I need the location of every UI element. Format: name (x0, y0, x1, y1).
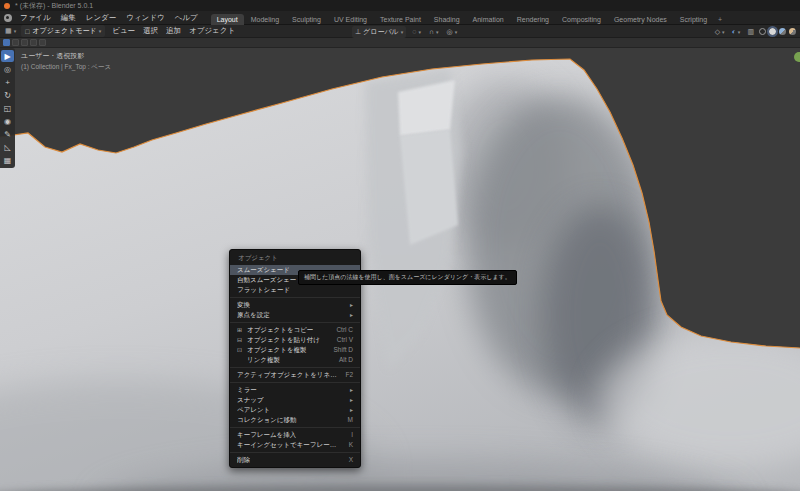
title-bar: * (未保存) - Blender 5.0.1 (0, 0, 800, 11)
copy-icon: ⊞ (237, 325, 245, 335)
menu-item-mirror[interactable]: ミラー (230, 385, 360, 395)
view-perspective-label: ユーザー・透視投影 (21, 51, 111, 61)
menu-separator (230, 322, 360, 323)
tool-move[interactable]: + (1, 76, 14, 88)
measure-icon: ◺ (4, 143, 10, 152)
tool-scale[interactable]: ◱ (1, 102, 14, 114)
smooth-shade-tooltip: 補間した頂点の法線を使用し、面をスムーズにレンダリング・表示します。 (298, 270, 517, 285)
tab-rendering[interactable]: Rendering (511, 14, 555, 25)
menu-item-insert-keyframe-with-keying-set[interactable]: キーイングセットでキーフレーム挿入 K (230, 440, 360, 450)
overlays-dropdown[interactable]: ◐ (732, 28, 741, 35)
transform-settings-group: ⊥ グローバル ◌ ∩ ◎ (352, 25, 459, 38)
editor-type-icon[interactable]: ▦ (5, 27, 16, 35)
tab-scripting[interactable]: Scripting (674, 14, 713, 25)
menu-separator (230, 427, 360, 428)
menu-separator (230, 367, 360, 368)
snap-magnet-icon[interactable]: ∩ (429, 28, 439, 35)
menu-item-rename-active-object[interactable]: アクティブオブジェクトをリネーム... F2 (230, 370, 360, 380)
add-workspace-button[interactable]: + (714, 14, 726, 25)
tool-cursor[interactable]: ◎ (1, 63, 14, 75)
menu-item-set-origin[interactable]: 原点を設定 (230, 310, 360, 320)
menu-separator (230, 452, 360, 453)
menu-edit[interactable]: 編集 (56, 13, 81, 23)
menu-file[interactable]: ファイル (15, 13, 56, 23)
tab-compositing[interactable]: Compositing (556, 14, 607, 25)
menu-item-paste-objects[interactable]: ⊟ オブジェクトを貼り付け Ctrl V (230, 335, 360, 345)
tab-texture-paint[interactable]: Texture Paint (374, 14, 427, 25)
menu-item-parent[interactable]: ペアレント (230, 405, 360, 415)
shading-material-button[interactable] (779, 28, 786, 35)
scale-icon: ◱ (4, 104, 12, 113)
menu-item-flat-shade[interactable]: フラットシェード (230, 285, 360, 295)
menu-item-duplicate-objects[interactable]: ⊡ オブジェクトを複製 Shift D (230, 345, 360, 355)
gizmos-dropdown[interactable]: ◇ (715, 28, 725, 36)
tab-shading[interactable]: Shading (428, 14, 466, 25)
add-cube-icon: ▦ (4, 156, 12, 165)
select-box-icon: ▶ (4, 52, 10, 61)
tool-annotate[interactable]: ✎ (1, 128, 14, 140)
tab-uv-editing[interactable]: UV Editing (328, 14, 373, 25)
menu-item-duplicate-linked[interactable]: リンク複製 Alt D (230, 355, 360, 365)
viewport-header: ▦ □ オブジェクトモード ビュー 選択 追加 オブジェクト ⊥ グローバル ◌… (0, 25, 800, 38)
duplicate-icon: ⊡ (237, 345, 245, 355)
select-mode-new-button[interactable] (3, 39, 10, 46)
menu-window[interactable]: ウィンドウ (121, 13, 169, 23)
rotate-icon: ↻ (4, 91, 11, 100)
proportional-editing-icon[interactable]: ◎ (447, 28, 458, 36)
submenu-arrow-icon (342, 405, 353, 415)
menu-item-delete[interactable]: 削除 X (230, 455, 360, 465)
submenu-arrow-icon (342, 385, 353, 395)
tool-settings-bar (0, 38, 800, 48)
menu-help[interactable]: ヘルプ (170, 13, 203, 23)
pivot-point-dropdown[interactable]: ◌ (412, 28, 421, 35)
submenu-arrow-icon (342, 395, 353, 405)
tab-layout[interactable]: Layout (211, 14, 244, 25)
tool-rotate[interactable]: ↻ (1, 89, 14, 101)
tab-animation[interactable]: Animation (467, 14, 510, 25)
select-mode-subtract-button[interactable] (21, 39, 28, 46)
transform-orientation-dropdown[interactable]: ⊥ グローバル (352, 26, 406, 38)
menu-select[interactable]: 選択 (139, 26, 162, 36)
viewport-3d[interactable] (0, 0, 800, 491)
viewport-display-group: ◇ ◐ ▥ (713, 25, 796, 38)
blender-app-icon (4, 3, 10, 9)
tab-geometry-nodes[interactable]: Geometry Nodes (608, 14, 673, 25)
object-mode-icon: □ (25, 28, 29, 35)
shading-solid-button[interactable] (769, 28, 776, 35)
tool-select-box[interactable]: ▶ (1, 50, 14, 62)
orientation-axes-icon: ⊥ (355, 28, 361, 36)
menu-item-insert-keyframe[interactable]: キーフレームを挿入 I (230, 430, 360, 440)
menu-object[interactable]: オブジェクト (185, 26, 239, 36)
collection-label: (1) Collection | Fx_Top : ベース (21, 63, 111, 72)
paste-icon: ⊟ (237, 335, 245, 345)
menu-render[interactable]: レンダー (81, 13, 122, 23)
submenu-arrow-icon (342, 300, 353, 310)
menu-item-copy-objects[interactable]: ⊞ オブジェクトをコピー Ctrl C (230, 325, 360, 335)
select-mode-invert-button[interactable] (30, 39, 37, 46)
submenu-arrow-icon (342, 310, 353, 320)
select-mode-extend-button[interactable] (12, 39, 19, 46)
annotate-icon: ✎ (4, 130, 11, 139)
top-bar: ファイル 編集 レンダー ウィンドウ ヘルプ Layout Modeling S… (0, 11, 800, 25)
shading-rendered-button[interactable] (789, 28, 796, 35)
tab-modeling[interactable]: Modeling (245, 14, 285, 25)
shading-wireframe-button[interactable] (759, 28, 766, 35)
window-title: * (未保存) - Blender 5.0.1 (15, 1, 93, 11)
select-mode-intersect-button[interactable] (39, 39, 46, 46)
menu-view[interactable]: ビュー (108, 26, 139, 36)
tab-sculpting[interactable]: Sculpting (286, 14, 327, 25)
blender-menu-icon[interactable] (4, 14, 12, 22)
menu-item-move-to-collection[interactable]: コレクションに移動 M (230, 415, 360, 425)
mode-selector[interactable]: □ オブジェクトモード (21, 25, 105, 37)
menu-add[interactable]: 追加 (162, 26, 185, 36)
move-icon: + (5, 78, 10, 87)
menu-item-snap[interactable]: スナップ (230, 395, 360, 405)
workspace-tabs: Layout Modeling Sculpting UV Editing Tex… (211, 11, 727, 25)
tool-add-cube[interactable]: ▦ (1, 154, 14, 166)
menu-item-convert[interactable]: 変換 (230, 300, 360, 310)
xray-toggle-icon[interactable]: ▥ (747, 28, 754, 36)
tool-transform[interactable]: ◉ (1, 115, 14, 127)
cursor-icon: ◎ (4, 65, 11, 74)
menu-separator (230, 382, 360, 383)
tool-measure[interactable]: ◺ (1, 141, 14, 153)
